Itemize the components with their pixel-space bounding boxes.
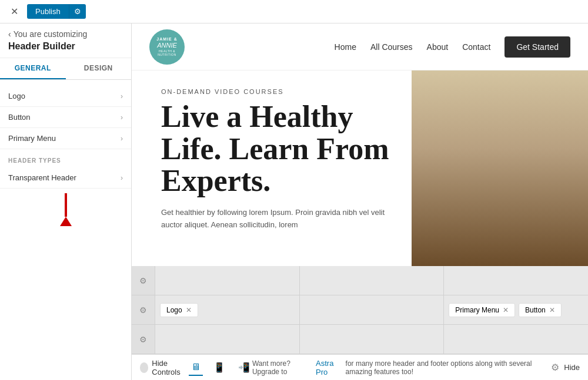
person-silhouette [412, 70, 588, 266]
top-bar: ✕ Publish ⚙ [0, 0, 588, 23]
sidebar-item-label: Button [8, 113, 31, 122]
arrow-stem [65, 193, 67, 217]
tab-general[interactable]: GENERAL [0, 58, 66, 79]
sidebar-title-row: Header Builder [8, 41, 123, 52]
builder-row-3: ⚙ [132, 325, 588, 354]
builder-col-1-2[interactable] [300, 266, 445, 295]
sidebar-item-logo[interactable]: Logo › [0, 86, 131, 107]
builder-row-handle-1[interactable]: ⚙ [132, 266, 155, 295]
logo-area: JAMIE & ANNIE HEALTH & NUTRITION [149, 29, 185, 65]
hero-title: Live a Healthy Life. Learn From Experts. [161, 101, 394, 197]
header-builder: ⚙ ⚙ Logo ✕ [132, 266, 588, 354]
builder-row-2: ⚙ Logo ✕ Primary Menu ✕ [132, 295, 588, 325]
nav-item-about[interactable]: About [427, 42, 449, 52]
button-chip[interactable]: Button ✕ [519, 303, 562, 317]
chevron-right-icon: › [121, 134, 123, 143]
builder-row-handle-2[interactable]: ⚙ [132, 295, 155, 324]
hide-button[interactable]: Hide [564, 363, 580, 372]
chevron-right-icon: › [121, 92, 123, 100]
mobile-device-button[interactable]: 📲 [236, 359, 252, 376]
chip-close-logo[interactable]: ✕ [186, 307, 192, 314]
device-switcher: 🖥 📱 📲 [189, 359, 252, 376]
sidebar-item-primary-menu[interactable]: Primary Menu › [0, 128, 131, 149]
settings-button[interactable]: ⚙ [551, 362, 559, 373]
sidebar: ‹ You are customizing Header Builder GEN… [0, 23, 132, 380]
preview-content: ON-DEMAND VIDEO COURSES Live a Healthy L… [132, 70, 588, 354]
builder-col-2-2[interactable] [300, 295, 445, 324]
sidebar-item-button[interactable]: Button › [0, 107, 131, 128]
back-button[interactable]: ‹ You are customizing [8, 29, 87, 39]
builder-col-1-3[interactable] [444, 266, 588, 295]
nav-item-all-courses[interactable]: All Courses [370, 42, 413, 52]
arrow-indicator [0, 189, 131, 231]
gear-icon: ⚙ [139, 335, 147, 344]
sidebar-item-transparent-header[interactable]: Transparent Header › [0, 167, 131, 189]
sidebar-content: Logo › Button › Primary Menu › HEADER TY… [0, 80, 131, 380]
hide-controls-label: Hide Controls [152, 359, 189, 376]
sidebar-header: ‹ You are customizing Header Builder [0, 23, 131, 58]
logo-name-middle: ANNIE [152, 42, 182, 49]
sidebar-item-label: Primary Menu [8, 134, 56, 143]
bottom-right: Want more? Upgrade to Astra Pro for many… [252, 359, 580, 376]
hero-section: ON-DEMAND VIDEO COURSES Live a Healthy L… [132, 70, 588, 266]
logo-inner: JAMIE & ANNIE HEALTH & NUTRITION [149, 35, 185, 59]
hero-body: Get healthier by following lorem Ipsum. … [161, 207, 394, 231]
logo-chip[interactable]: Logo ✕ [160, 303, 198, 317]
back-icon: ‹ [8, 29, 11, 39]
upgrade-suffix: for many more header and footer options … [346, 359, 547, 376]
main-container: ‹ You are customizing Header Builder GEN… [0, 23, 588, 380]
back-label: You are customizing [14, 29, 88, 39]
nav-item-contact[interactable]: Contact [462, 42, 490, 52]
bottom-bar: Hide Controls 🖥 📱 📲 Want more? Upgrade t… [132, 354, 588, 380]
builder-col-1-1[interactable] [155, 266, 300, 295]
hero-text: ON-DEMAND VIDEO COURSES Live a Healthy L… [132, 70, 412, 266]
hero-image [412, 70, 588, 266]
desktop-device-button[interactable]: 🖥 [189, 359, 203, 376]
chip-label: Primary Menu [455, 306, 499, 314]
logo-name-top: JAMIE & [152, 37, 182, 42]
upgrade-link[interactable]: Astra Pro [316, 359, 341, 376]
primary-menu-chip[interactable]: Primary Menu ✕ [449, 303, 515, 317]
chevron-right-icon: › [121, 113, 123, 122]
sidebar-item-label: Logo [8, 92, 25, 100]
nav-menu: Home All Courses About Contact Get Start… [335, 36, 570, 58]
upgrade-text: Want more? Upgrade to [252, 359, 311, 376]
publish-group: Publish ⚙ [27, 4, 86, 19]
tab-design[interactable]: DESIGN [66, 58, 132, 79]
gear-icon: ⚙ [139, 276, 147, 285]
chip-label: Button [525, 306, 546, 314]
close-button[interactable]: ✕ [6, 4, 22, 20]
circle-icon [140, 362, 148, 373]
builder-row-handle-3[interactable]: ⚙ [132, 325, 155, 354]
section-label-header-types: HEADER TYPES [0, 149, 131, 167]
sidebar-item-label: Transparent Header [8, 173, 76, 182]
preview-header: JAMIE & ANNIE HEALTH & NUTRITION Home Al… [132, 23, 588, 70]
builder-col-3-2[interactable] [300, 325, 445, 354]
nav-item-home[interactable]: Home [335, 42, 356, 52]
hero-image-placeholder [412, 70, 588, 266]
publish-settings-button[interactable]: ⚙ [69, 4, 86, 19]
builder-col-3-1[interactable] [155, 325, 300, 354]
builder-col-2-1[interactable]: Logo ✕ [155, 295, 300, 324]
sidebar-tabs: GENERAL DESIGN [0, 58, 131, 80]
tablet-device-button[interactable]: 📱 [211, 359, 228, 376]
sidebar-title: Header Builder [8, 41, 75, 52]
chip-close-button[interactable]: ✕ [549, 307, 555, 314]
logo-circle: JAMIE & ANNIE HEALTH & NUTRITION [149, 29, 185, 65]
logo-subtitle: HEALTH & NUTRITION [152, 49, 182, 56]
builder-row-1: ⚙ [132, 266, 588, 295]
preview-area: JAMIE & ANNIE HEALTH & NUTRITION Home Al… [132, 23, 588, 380]
chip-close-primary-menu[interactable]: ✕ [503, 307, 509, 314]
top-bar-left: ✕ Publish ⚙ [6, 4, 86, 20]
builder-col-2-3[interactable]: Primary Menu ✕ Button ✕ [444, 295, 588, 324]
chevron-right-icon: › [121, 174, 123, 182]
bottom-left: Hide Controls [140, 359, 189, 376]
publish-button[interactable]: Publish [27, 4, 69, 19]
chip-label: Logo [166, 306, 182, 314]
gear-icon: ⚙ [139, 305, 147, 315]
arrow-up [60, 217, 72, 226]
get-started-button[interactable]: Get Started [505, 36, 570, 58]
builder-col-3-3[interactable] [444, 325, 588, 354]
hero-label: ON-DEMAND VIDEO COURSES [161, 88, 394, 95]
gear-icon: ⚙ [74, 7, 81, 16]
